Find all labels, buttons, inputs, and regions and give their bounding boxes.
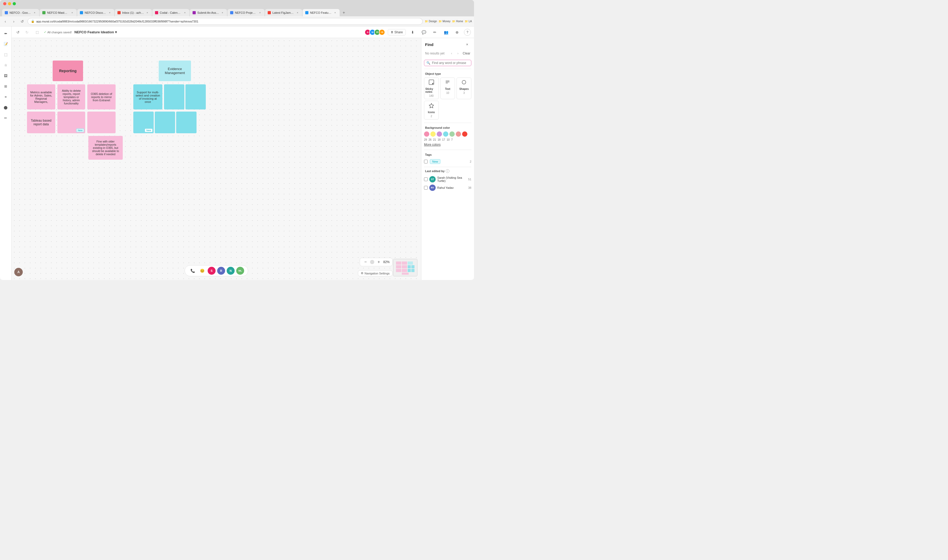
sticky-blue-blank-4[interactable] (155, 112, 175, 133)
comment-button[interactable]: 💬 (420, 28, 428, 37)
tab-close-icon[interactable]: × (145, 11, 149, 15)
sticky-blue-blank-2[interactable] (185, 85, 206, 109)
color-swatch-red[interactable] (456, 131, 461, 137)
find-panel-close-button[interactable]: × (464, 41, 470, 48)
minimize-button[interactable] (8, 2, 11, 5)
object-type-text[interactable]: Text 10 (440, 77, 455, 99)
color-swatch-pink[interactable] (424, 131, 429, 137)
share-button[interactable]: ⬆ Share (388, 29, 406, 35)
color-swatch-green[interactable] (449, 131, 455, 137)
board-title[interactable]: NEFCO Feature Ideation ▾ (74, 30, 117, 34)
sticky-blue-blank-1[interactable] (164, 85, 185, 109)
editor-sarah-row: ST Sarah (Visiting Sea Turtle) 51 (424, 175, 471, 183)
help-button[interactable]: ? (464, 29, 471, 36)
download-button[interactable]: ⬇ (408, 28, 417, 37)
tab-close-icon[interactable]: × (70, 11, 74, 15)
sticky-evidence-management[interactable]: EvidenceManagement (159, 60, 191, 81)
maximize-button[interactable] (13, 2, 16, 5)
pen-tool[interactable]: ✏ (1, 113, 11, 123)
phone-icon-btn[interactable]: 📞 (189, 267, 197, 275)
image-tool[interactable]: 🖼 (1, 71, 11, 80)
sticky-metrics[interactable]: Metrics available for Admin, Sales, Regi… (27, 85, 55, 109)
close-button[interactable] (3, 2, 6, 5)
shape-tool[interactable]: ⬤ (1, 103, 11, 112)
canvas-area[interactable]: Reporting EvidenceManagement Metrics ava… (12, 38, 421, 280)
star-tool[interactable]: ☆ (1, 60, 11, 70)
object-type-icons[interactable]: Icons 2 (424, 101, 439, 120)
svg-rect-2 (408, 262, 413, 265)
tab-close-icon[interactable]: × (221, 11, 224, 15)
find-prev-button[interactable]: ‹ (449, 51, 454, 56)
sticky-reporting[interactable]: Reporting (52, 60, 83, 81)
tab-nefco-feature[interactable]: NEFCO Feature ... × (303, 9, 340, 16)
color-swatch-dark-red[interactable] (462, 131, 467, 137)
tab-nefco-discover[interactable]: NEFCO Discover... × (77, 9, 114, 16)
sticky-pink-blank-1[interactable]: New (57, 112, 85, 133)
emoji-reaction-btn[interactable]: 😊 (198, 267, 206, 275)
tab-close-icon[interactable]: × (258, 11, 262, 15)
sticky-delete-reports[interactable]: Ability to delete reports, report templa… (57, 85, 85, 109)
sticky-fine-templates[interactable]: Fine with older templates/reports existi… (88, 136, 123, 160)
sticky-blue-blank-5[interactable] (176, 112, 197, 133)
tag-new-checkbox[interactable] (424, 160, 428, 163)
tab-nefco-project[interactable]: NEFCO Project C... × (228, 9, 265, 16)
back-button[interactable]: ‹ (2, 18, 8, 25)
find-no-results-area: No results yet ‹ › Clear (422, 50, 474, 58)
redo-button[interactable]: ↻ (24, 29, 30, 35)
shapes-type-icon (461, 79, 467, 86)
color-swatch-yellow[interactable] (430, 131, 436, 137)
object-type-shapes[interactable]: Shapes 3 (457, 77, 471, 99)
collapse-sidebar-button[interactable]: ⬅ (1, 29, 11, 38)
collab-button[interactable]: 👥 (442, 28, 450, 37)
zoom-out-button[interactable]: − (363, 259, 368, 265)
object-type-sticky-notes[interactable]: Sticky notes 140 (424, 77, 439, 99)
frame-selector-button[interactable]: ⬚ (33, 28, 41, 37)
new-tab-button[interactable]: + (340, 9, 348, 16)
zoom-in-button[interactable]: + (376, 259, 382, 265)
color-swatch-purple[interactable] (437, 131, 442, 137)
zoom-button[interactable]: ⊕ (453, 28, 461, 37)
bookmark-money[interactable]: 📁 Money (439, 20, 451, 23)
find-search-input[interactable] (432, 61, 472, 65)
table-tool[interactable]: ⊞ (1, 82, 11, 91)
tab-close-icon[interactable]: × (296, 11, 299, 15)
navigation-settings-bar[interactable]: ⚙ Navigation Settings (358, 270, 392, 276)
tab-close-icon[interactable]: × (108, 11, 112, 15)
find-next-button[interactable]: › (455, 51, 460, 56)
tab-close-icon[interactable]: × (183, 11, 187, 15)
find-clear-button[interactable]: Clear (463, 52, 470, 55)
sticky-multi-select[interactable]: Support for multi-select and creation of… (133, 85, 162, 109)
tab-nefco-google[interactable]: NEFCO - Google ... × (2, 9, 39, 16)
find-search-box[interactable]: 🔍 (424, 60, 471, 66)
find-panel-title: Find (425, 42, 434, 47)
frame-tool[interactable]: ⬚ (1, 50, 11, 59)
editor-sarah-checkbox[interactable] (424, 177, 428, 181)
last-edited-info-icon[interactable]: i (446, 169, 449, 173)
tab-nefco-masters[interactable]: NEFCO Masters... × (40, 9, 77, 16)
chat-button[interactable]: ✏ (431, 28, 439, 37)
color-swatch-cyan[interactable] (443, 131, 448, 137)
editor-rahul-checkbox[interactable] (424, 186, 428, 189)
sticky-o365-deletion[interactable]: O365 deletion of reports to mirror from … (87, 85, 115, 109)
list-tool[interactable]: ≡ (1, 92, 11, 102)
reload-button[interactable]: ↺ (19, 18, 25, 25)
tab-close-icon[interactable]: × (33, 11, 37, 15)
current-user-avatar[interactable]: A (14, 268, 23, 276)
bookmark-design[interactable]: 📁 Design (425, 20, 437, 23)
url-input[interactable]: 🔒 app.mural.co/t/codal9883/m/codal9883/1… (28, 18, 423, 25)
tab-inbox[interactable]: Inbox (1) - azhiro... × (115, 9, 152, 16)
sticky-tableau[interactable]: Tableau based report data (27, 112, 55, 133)
sticky-pink-blank-2[interactable] (87, 112, 115, 133)
sticky-note-tool[interactable]: 📝 (1, 39, 11, 49)
tab-submit-assign[interactable]: Submit An Assig... × (190, 9, 227, 16)
forward-button[interactable]: › (11, 18, 17, 25)
bookmark-home[interactable]: 📁 Home (452, 20, 463, 23)
more-colors-button[interactable]: More colors (422, 142, 474, 149)
sticky-blue-blank-3[interactable]: New (133, 112, 154, 133)
tab-close-icon[interactable]: × (333, 11, 337, 15)
bookmark-la[interactable]: 📁 LA (465, 20, 472, 23)
undo-button[interactable]: ↺ (15, 29, 21, 35)
tag-new-badge[interactable]: New (430, 159, 440, 164)
tab-latest-figjam[interactable]: Latest FigJam/Fe... × (265, 9, 302, 16)
tab-codal-calendar[interactable]: Codal - Calendar... × (152, 9, 189, 16)
